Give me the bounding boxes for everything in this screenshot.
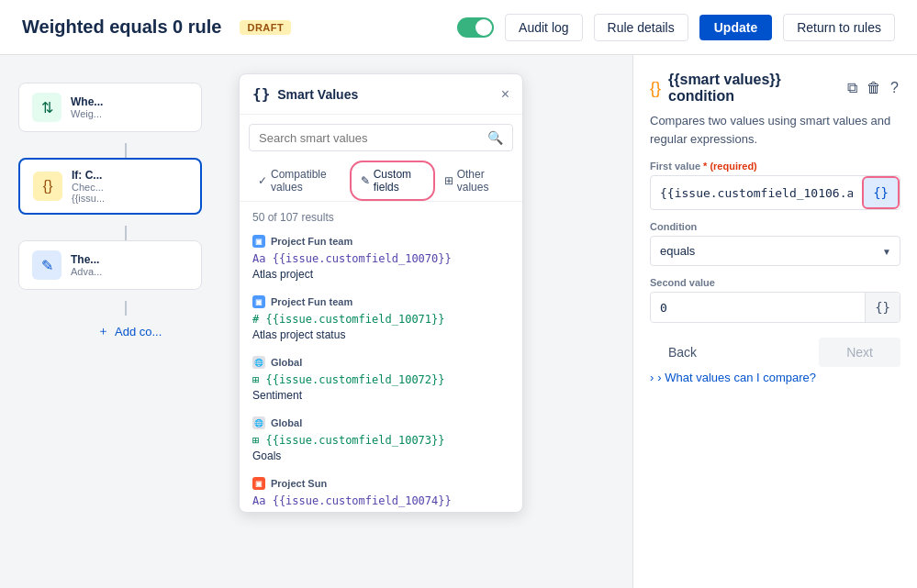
group-source-5: ▣ Project Sun xyxy=(252,477,509,490)
when-node-sub: Weig... xyxy=(71,108,103,119)
source-icon-3: 🌐 xyxy=(252,356,265,369)
condition-select[interactable]: equals not equals contains greater than … xyxy=(650,236,900,266)
field-code-1[interactable]: Aa {{issue.customfield_10070}} xyxy=(252,251,509,266)
required-marker: * (required) xyxy=(703,161,757,172)
right-panel-description: Compares two values using smart values a… xyxy=(650,112,900,148)
if-node-sub2: {{issu... xyxy=(72,193,105,204)
when-node-title: Whe... xyxy=(71,95,103,108)
if-node-text: If: C... Chec... {{issu... xyxy=(72,169,105,204)
tab-custom-fields[interactable]: ✎ Custom fields xyxy=(350,161,435,201)
field-code-2[interactable]: # {{issue.customfield_10071}} xyxy=(252,312,509,327)
right-panel-header: {} {{smart values}} condition ⧉ 🗑 ? xyxy=(650,72,900,105)
source-icon-5: ▣ xyxy=(252,477,265,490)
source-icon-1: ▣ xyxy=(252,235,265,248)
field-group-4: 🌐 Global ⊞ {{issue.customfield_10073}} G… xyxy=(240,411,522,472)
delete-button[interactable]: 🗑 xyxy=(865,78,883,98)
search-input[interactable] xyxy=(259,131,482,145)
add-label: Add co... xyxy=(115,325,162,338)
source-icon-4: 🌐 xyxy=(252,416,265,429)
tab-other-values[interactable]: ⊞ Other values xyxy=(435,161,513,201)
then-node-sub: Adva... xyxy=(71,266,102,277)
right-panel-action-icons: ⧉ 🗑 ? xyxy=(845,78,900,98)
right-panel-title: {{smart values}} condition xyxy=(668,72,838,105)
smart-panel-title: {} Smart Values xyxy=(252,85,358,103)
filter-tabs: ✓ Compatible values ✎ Custom fields ⊞ Ot… xyxy=(240,161,522,202)
search-icon: 🔍 xyxy=(487,130,503,145)
when-node-text: Whe... Weig... xyxy=(71,95,103,119)
main-content: ⇅ Whe... Weig... {} If: C... Chec... {{i… xyxy=(0,55,917,588)
curly-braces-icon: {} xyxy=(252,85,270,103)
right-panel: {} {{smart values}} condition ⧉ 🗑 ? Comp… xyxy=(632,55,917,588)
if-node-sub: Chec... xyxy=(72,182,105,193)
field-group-1: ▣ Project Fun team Aa {{issue.customfiel… xyxy=(240,229,522,290)
then-node-title: The... xyxy=(71,253,102,266)
page-title: Weighted equals 0 rule xyxy=(22,17,221,38)
topbar: Weighted equals 0 rule DRAFT Audit log R… xyxy=(0,0,917,55)
source-icon-2: ▣ xyxy=(252,295,265,308)
back-button[interactable]: Back xyxy=(650,338,715,367)
copy-button[interactable]: ⧉ xyxy=(845,78,859,98)
add-icon: ＋ xyxy=(97,323,109,339)
connector-3 xyxy=(125,301,127,316)
rule-toggle[interactable] xyxy=(457,17,494,38)
return-to-rules-button[interactable]: Return to rules xyxy=(783,14,895,41)
first-value-label: First value * (required) xyxy=(650,161,900,172)
then-node[interactable]: ✎ The... Adva... xyxy=(18,240,202,290)
smart-values-icon: {} xyxy=(650,79,661,98)
if-node[interactable]: {} If: C... Chec... {{issu... xyxy=(18,158,202,215)
workflow-canvas: ⇅ Whe... Weig... {} If: C... Chec... {{i… xyxy=(0,55,632,588)
second-value-label: Second value xyxy=(650,277,900,288)
condition-label: Condition xyxy=(650,221,900,232)
pencil-icon: ✎ xyxy=(361,174,370,187)
connector-2 xyxy=(125,226,127,240)
results-count: 50 of 107 results xyxy=(240,207,522,229)
chevron-right-icon: › xyxy=(650,371,654,384)
then-icon: ✎ xyxy=(32,250,62,280)
rule-details-button[interactable]: Rule details xyxy=(594,14,688,41)
then-node-text: The... Adva... xyxy=(71,253,102,277)
field-label-2: Atlas project status xyxy=(252,328,509,341)
next-button[interactable]: Next xyxy=(819,338,900,367)
smart-values-panel: {} Smart Values × 🔍 ✓ Compatible values … xyxy=(239,73,523,513)
if-icon: {} xyxy=(33,172,62,201)
field-label-1: Atlas project xyxy=(252,268,509,281)
group-source-1: ▣ Project Fun team xyxy=(252,235,509,248)
condition-select-wrap: equals not equals contains greater than … xyxy=(650,236,900,266)
field-label-4: Goals xyxy=(252,449,509,462)
group-source-2: ▣ Project Fun team xyxy=(252,295,509,308)
tab-compatible-values[interactable]: ✓ Compatible values xyxy=(249,161,350,201)
audit-log-button[interactable]: Audit log xyxy=(505,14,582,41)
first-value-smart-btn[interactable]: {} xyxy=(862,176,900,209)
field-group-3: 🌐 Global ⊞ {{issue.customfield_10072}} S… xyxy=(240,350,522,411)
search-bar: 🔍 xyxy=(249,124,513,151)
results-list: ▣ Project Fun team Aa {{issue.customfiel… xyxy=(240,229,522,512)
help-button[interactable]: ? xyxy=(889,78,900,98)
check-icon: ✓ xyxy=(258,174,267,187)
draft-badge: DRAFT xyxy=(240,20,291,35)
field-group-5: ▣ Project Sun Aa {{issue.customfield_100… xyxy=(240,472,522,512)
field-code-3[interactable]: ⊞ {{issue.customfield_10072}} xyxy=(252,372,509,387)
when-icon: ⇅ xyxy=(32,93,62,122)
update-button[interactable]: Update xyxy=(699,15,772,40)
field-label-3: Sentiment xyxy=(252,389,509,402)
group-source-4: 🌐 Global xyxy=(252,416,509,429)
if-node-title: If: C... xyxy=(72,169,105,182)
connector-1 xyxy=(125,143,127,158)
field-code-5[interactable]: Aa {{issue.customfield_10074}} xyxy=(252,494,509,508)
first-value-input[interactable] xyxy=(651,179,862,207)
close-panel-button[interactable]: × xyxy=(501,87,509,102)
second-value-input-wrap: {} xyxy=(650,292,900,323)
smart-panel-header: {} Smart Values × xyxy=(240,74,522,115)
first-value-input-wrap: {} xyxy=(650,175,900,210)
grid-icon: ⊞ xyxy=(444,174,453,187)
toggle-wrap xyxy=(457,17,494,38)
group-source-3: 🌐 Global xyxy=(252,356,509,369)
second-value-smart-btn[interactable]: {} xyxy=(865,293,900,322)
when-node[interactable]: ⇅ Whe... Weig... xyxy=(18,83,202,132)
second-value-input[interactable] xyxy=(651,294,865,322)
field-code-4[interactable]: ⊞ {{issue.customfield_10073}} xyxy=(252,433,509,448)
field-group-2: ▣ Project Fun team # {{issue.customfield… xyxy=(240,290,522,350)
what-values-link[interactable]: › › What values can I compare? xyxy=(650,371,900,384)
bottom-buttons: Back Next xyxy=(650,338,900,367)
